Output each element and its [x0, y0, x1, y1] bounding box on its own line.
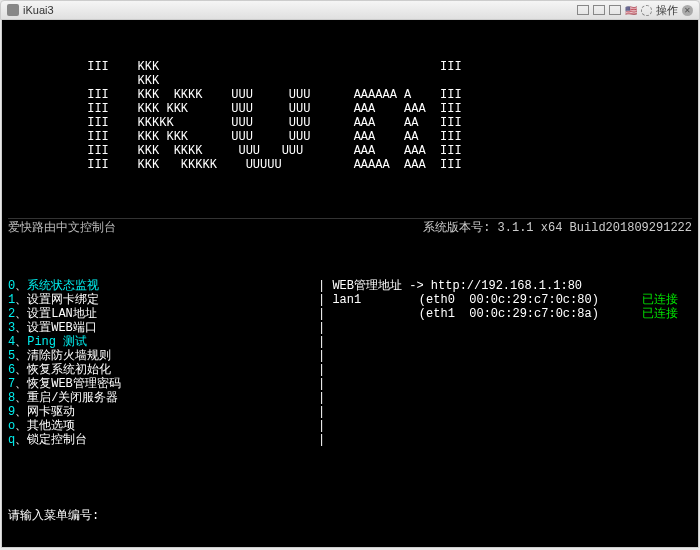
- menu-item-4[interactable]: 4、Ping 测试: [8, 335, 318, 349]
- flag-icon: 🇺🇸: [625, 5, 637, 16]
- menu-key: 9: [8, 405, 15, 419]
- menu-label: 设置WEB端口: [27, 321, 97, 335]
- menu-item-o[interactable]: o、其他选项: [8, 419, 318, 433]
- iface-state: 已连接: [642, 293, 678, 307]
- maximize-icon[interactable]: [593, 5, 605, 15]
- menu-key: q: [8, 433, 15, 447]
- web-address-value: http://192.168.1.1:80: [431, 279, 582, 293]
- menu-item-0[interactable]: 0、系统状态监视: [8, 279, 318, 293]
- menu-key: 5: [8, 349, 15, 363]
- menu-label: 系统状态监视: [27, 279, 99, 293]
- menu-key: 2: [8, 307, 15, 321]
- status-row: |: [318, 363, 692, 377]
- restore-icon[interactable]: [609, 5, 621, 15]
- menu-key: 0: [8, 279, 15, 293]
- version-value: 3.1.1 x64 Build201809291222: [498, 221, 692, 235]
- lan-name: lan1: [332, 293, 418, 307]
- app-icon: [7, 4, 19, 16]
- menu-label: 重启/关闭服务器: [27, 391, 118, 405]
- status-row: | (eth1 00:0c:29:c7:0c:8a) 已连接: [318, 307, 692, 321]
- status-row: |: [318, 405, 692, 419]
- menu-label: 恢复WEB管理密码: [27, 377, 121, 391]
- menu-label: 锁定控制台: [27, 433, 87, 447]
- menu-key: 3: [8, 321, 15, 335]
- menu-key: 7: [8, 377, 15, 391]
- status-row: |: [318, 419, 692, 433]
- menu-label: 清除防火墙规则: [27, 349, 111, 363]
- status-row: | lan1 (eth0 00:0c:29:c7:0c:80) 已连接: [318, 293, 692, 307]
- menu-item-8[interactable]: 8、重启/关闭服务器: [8, 391, 318, 405]
- iface-state: 已连接: [642, 307, 678, 321]
- menu-item-7[interactable]: 7、恢复WEB管理密码: [8, 377, 318, 391]
- ascii-logo: III KKK III KKK III KKK KKKK UUU UUU AAA…: [8, 60, 692, 172]
- status-row: |: [318, 349, 692, 363]
- web-address-label: WEB管理地址 ->: [332, 279, 430, 293]
- console-area: III KKK III KKK III KKK KKKK UUU UUU AAA…: [1, 20, 699, 548]
- close-icon[interactable]: ✕: [682, 5, 693, 16]
- menu-item-q[interactable]: q、锁定控制台: [8, 433, 318, 447]
- status-row: |: [318, 391, 692, 405]
- menu-item-2[interactable]: 2、设置LAN地址: [8, 307, 318, 321]
- status-panel: | WEB管理地址 -> http://192.168.1.1:80| lan1…: [318, 279, 692, 447]
- header-bar: 爱快路由中文控制台 系统版本号: 3.1.1 x64 Build20180929…: [8, 218, 692, 235]
- minimize-icon[interactable]: [577, 5, 589, 15]
- console-title: 爱快路由中文控制台: [8, 221, 116, 235]
- window-title: iKuai3: [23, 4, 54, 16]
- menu-item-3[interactable]: 3、设置WEB端口: [8, 321, 318, 335]
- menu-label: 设置LAN地址: [27, 307, 97, 321]
- menu-label: 恢复系统初始化: [27, 363, 111, 377]
- menu-list: 0、系统状态监视1、设置网卡绑定2、设置LAN地址3、设置WEB端口4、Ping…: [8, 279, 318, 447]
- menu-key: 1: [8, 293, 15, 307]
- menu-label: 其他选项: [27, 419, 75, 433]
- main-panel: 0、系统状态监视1、设置网卡绑定2、设置LAN地址3、设置WEB端口4、Ping…: [8, 279, 692, 447]
- input-prompt[interactable]: 请输入菜单编号:: [8, 509, 692, 523]
- menu-item-6[interactable]: 6、恢复系统初始化: [8, 363, 318, 377]
- menu-item-5[interactable]: 5、清除防火墙规则: [8, 349, 318, 363]
- menu-key: 6: [8, 363, 15, 377]
- menu-label: 设置网卡绑定: [27, 293, 99, 307]
- window-titlebar: iKuai3 🇺🇸 操作 ✕: [0, 0, 700, 20]
- gear-icon[interactable]: [641, 5, 652, 16]
- menu-label: Ping 测试: [27, 335, 87, 349]
- status-row: | WEB管理地址 -> http://192.168.1.1:80: [318, 279, 692, 293]
- action-label[interactable]: 操作: [656, 3, 678, 18]
- menu-key: o: [8, 419, 15, 433]
- menu-key: 8: [8, 391, 15, 405]
- status-row: |: [318, 377, 692, 391]
- menu-label: 网卡驱动: [27, 405, 75, 419]
- menu-item-9[interactable]: 9、网卡驱动: [8, 405, 318, 419]
- status-row: |: [318, 433, 692, 447]
- menu-key: 4: [8, 335, 15, 349]
- version-line: 系统版本号: 3.1.1 x64 Build201809291222: [423, 221, 692, 235]
- status-row: |: [318, 321, 692, 335]
- status-row: |: [318, 335, 692, 349]
- menu-item-1[interactable]: 1、设置网卡绑定: [8, 293, 318, 307]
